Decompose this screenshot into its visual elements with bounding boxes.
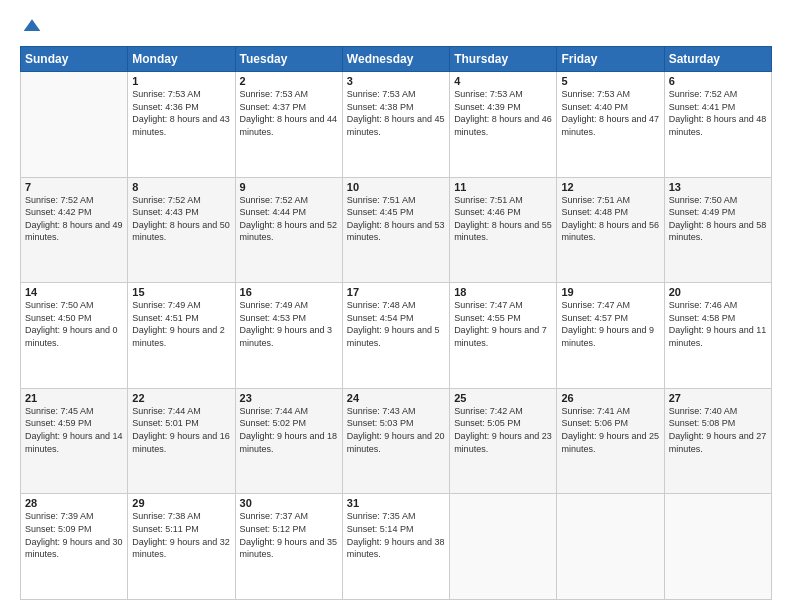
calendar-table: Sunday Monday Tuesday Wednesday Thursday… [20,46,772,600]
day-number: 30 [240,497,338,509]
calendar-week-row: 14Sunrise: 7:50 AMSunset: 4:50 PMDayligh… [21,283,772,389]
day-number: 26 [561,392,659,404]
day-number: 5 [561,75,659,87]
day-number: 21 [25,392,123,404]
day-info: Sunrise: 7:49 AMSunset: 4:51 PMDaylight:… [132,299,230,349]
header-saturday: Saturday [664,47,771,72]
day-info: Sunrise: 7:52 AMSunset: 4:44 PMDaylight:… [240,194,338,244]
calendar-day-cell: 14Sunrise: 7:50 AMSunset: 4:50 PMDayligh… [21,283,128,389]
calendar-day-cell: 4Sunrise: 7:53 AMSunset: 4:39 PMDaylight… [450,72,557,178]
svg-marker-0 [24,19,41,31]
day-number: 2 [240,75,338,87]
logo [20,16,42,36]
day-info: Sunrise: 7:53 AMSunset: 4:39 PMDaylight:… [454,88,552,138]
calendar-day-cell: 3Sunrise: 7:53 AMSunset: 4:38 PMDaylight… [342,72,449,178]
calendar-day-cell: 11Sunrise: 7:51 AMSunset: 4:46 PMDayligh… [450,177,557,283]
calendar-day-cell: 28Sunrise: 7:39 AMSunset: 5:09 PMDayligh… [21,494,128,600]
weekday-header-row: Sunday Monday Tuesday Wednesday Thursday… [21,47,772,72]
day-info: Sunrise: 7:40 AMSunset: 5:08 PMDaylight:… [669,405,767,455]
day-info: Sunrise: 7:45 AMSunset: 4:59 PMDaylight:… [25,405,123,455]
logo-icon [22,16,42,36]
day-info: Sunrise: 7:52 AMSunset: 4:43 PMDaylight:… [132,194,230,244]
day-number: 6 [669,75,767,87]
day-number: 28 [25,497,123,509]
day-number: 25 [454,392,552,404]
day-number: 22 [132,392,230,404]
calendar-day-cell [450,494,557,600]
calendar-day-cell: 6Sunrise: 7:52 AMSunset: 4:41 PMDaylight… [664,72,771,178]
day-number: 8 [132,181,230,193]
day-number: 18 [454,286,552,298]
day-number: 9 [240,181,338,193]
day-info: Sunrise: 7:51 AMSunset: 4:48 PMDaylight:… [561,194,659,244]
day-number: 20 [669,286,767,298]
calendar-day-cell: 2Sunrise: 7:53 AMSunset: 4:37 PMDaylight… [235,72,342,178]
day-info: Sunrise: 7:35 AMSunset: 5:14 PMDaylight:… [347,510,445,560]
day-number: 27 [669,392,767,404]
day-number: 4 [454,75,552,87]
header-monday: Monday [128,47,235,72]
day-number: 19 [561,286,659,298]
calendar-week-row: 1Sunrise: 7:53 AMSunset: 4:36 PMDaylight… [21,72,772,178]
calendar-day-cell: 13Sunrise: 7:50 AMSunset: 4:49 PMDayligh… [664,177,771,283]
day-info: Sunrise: 7:53 AMSunset: 4:37 PMDaylight:… [240,88,338,138]
day-number: 17 [347,286,445,298]
calendar-day-cell: 30Sunrise: 7:37 AMSunset: 5:12 PMDayligh… [235,494,342,600]
day-info: Sunrise: 7:42 AMSunset: 5:05 PMDaylight:… [454,405,552,455]
day-info: Sunrise: 7:47 AMSunset: 4:55 PMDaylight:… [454,299,552,349]
calendar-day-cell: 21Sunrise: 7:45 AMSunset: 4:59 PMDayligh… [21,388,128,494]
day-number: 11 [454,181,552,193]
day-number: 24 [347,392,445,404]
day-number: 3 [347,75,445,87]
calendar-day-cell: 17Sunrise: 7:48 AMSunset: 4:54 PMDayligh… [342,283,449,389]
calendar-day-cell: 16Sunrise: 7:49 AMSunset: 4:53 PMDayligh… [235,283,342,389]
calendar-day-cell: 26Sunrise: 7:41 AMSunset: 5:06 PMDayligh… [557,388,664,494]
calendar-day-cell: 19Sunrise: 7:47 AMSunset: 4:57 PMDayligh… [557,283,664,389]
calendar-day-cell: 7Sunrise: 7:52 AMSunset: 4:42 PMDaylight… [21,177,128,283]
day-number: 15 [132,286,230,298]
day-info: Sunrise: 7:53 AMSunset: 4:38 PMDaylight:… [347,88,445,138]
calendar-day-cell [21,72,128,178]
calendar-day-cell: 8Sunrise: 7:52 AMSunset: 4:43 PMDaylight… [128,177,235,283]
calendar-day-cell: 24Sunrise: 7:43 AMSunset: 5:03 PMDayligh… [342,388,449,494]
day-number: 10 [347,181,445,193]
header [20,16,772,36]
day-number: 1 [132,75,230,87]
calendar-day-cell: 29Sunrise: 7:38 AMSunset: 5:11 PMDayligh… [128,494,235,600]
day-number: 23 [240,392,338,404]
day-info: Sunrise: 7:47 AMSunset: 4:57 PMDaylight:… [561,299,659,349]
day-number: 13 [669,181,767,193]
day-info: Sunrise: 7:53 AMSunset: 4:40 PMDaylight:… [561,88,659,138]
day-info: Sunrise: 7:37 AMSunset: 5:12 PMDaylight:… [240,510,338,560]
day-number: 16 [240,286,338,298]
day-info: Sunrise: 7:50 AMSunset: 4:50 PMDaylight:… [25,299,123,349]
header-friday: Friday [557,47,664,72]
day-info: Sunrise: 7:52 AMSunset: 4:42 PMDaylight:… [25,194,123,244]
day-number: 31 [347,497,445,509]
calendar-day-cell: 18Sunrise: 7:47 AMSunset: 4:55 PMDayligh… [450,283,557,389]
day-number: 7 [25,181,123,193]
day-info: Sunrise: 7:39 AMSunset: 5:09 PMDaylight:… [25,510,123,560]
day-info: Sunrise: 7:51 AMSunset: 4:46 PMDaylight:… [454,194,552,244]
header-tuesday: Tuesday [235,47,342,72]
calendar-day-cell: 31Sunrise: 7:35 AMSunset: 5:14 PMDayligh… [342,494,449,600]
header-sunday: Sunday [21,47,128,72]
day-number: 12 [561,181,659,193]
day-info: Sunrise: 7:41 AMSunset: 5:06 PMDaylight:… [561,405,659,455]
calendar-week-row: 21Sunrise: 7:45 AMSunset: 4:59 PMDayligh… [21,388,772,494]
calendar-week-row: 7Sunrise: 7:52 AMSunset: 4:42 PMDaylight… [21,177,772,283]
day-info: Sunrise: 7:53 AMSunset: 4:36 PMDaylight:… [132,88,230,138]
calendar-day-cell [557,494,664,600]
day-info: Sunrise: 7:48 AMSunset: 4:54 PMDaylight:… [347,299,445,349]
calendar-day-cell: 5Sunrise: 7:53 AMSunset: 4:40 PMDaylight… [557,72,664,178]
calendar-day-cell: 12Sunrise: 7:51 AMSunset: 4:48 PMDayligh… [557,177,664,283]
calendar-day-cell: 10Sunrise: 7:51 AMSunset: 4:45 PMDayligh… [342,177,449,283]
day-info: Sunrise: 7:38 AMSunset: 5:11 PMDaylight:… [132,510,230,560]
calendar-day-cell: 25Sunrise: 7:42 AMSunset: 5:05 PMDayligh… [450,388,557,494]
calendar-day-cell: 27Sunrise: 7:40 AMSunset: 5:08 PMDayligh… [664,388,771,494]
header-thursday: Thursday [450,47,557,72]
calendar-day-cell [664,494,771,600]
day-number: 14 [25,286,123,298]
calendar-day-cell: 15Sunrise: 7:49 AMSunset: 4:51 PMDayligh… [128,283,235,389]
day-info: Sunrise: 7:44 AMSunset: 5:01 PMDaylight:… [132,405,230,455]
